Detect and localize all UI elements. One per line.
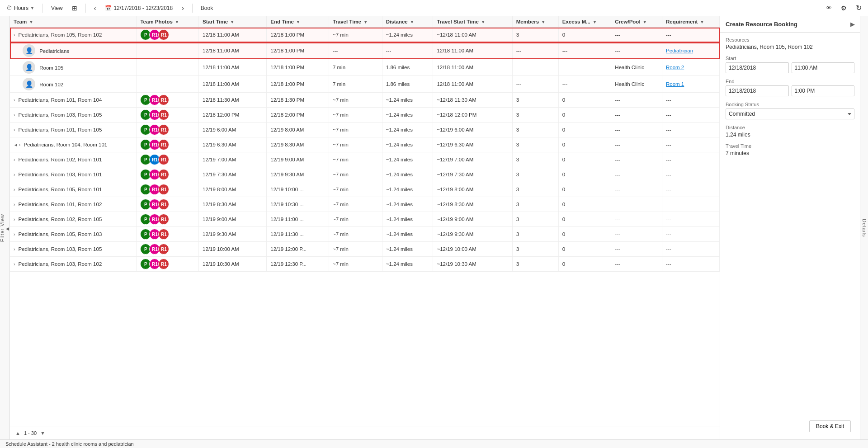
col-excess-m[interactable]: Excess M... ▼ xyxy=(558,16,611,28)
child-team-name: Pediatricians xyxy=(39,48,69,54)
filter-view-toggle[interactable]: Filter View ◄ xyxy=(0,16,10,439)
table-row[interactable]: 👤 Pediatricians 12/18 11:00 AM 12/18 1:0… xyxy=(10,42,720,59)
table-row[interactable]: › Pediatricians, Room 101, Room 102 PR1R… xyxy=(10,197,720,212)
right-panel-expand-icon[interactable]: ▶ xyxy=(850,21,854,28)
resources-value: Pediatricians, Room 105, Room 102 xyxy=(726,44,854,50)
expand-btn[interactable]: › xyxy=(14,33,15,38)
child-team-name: Room 105 xyxy=(39,65,63,71)
requirement-cell: --- xyxy=(662,137,719,152)
start-time-cell: 12/19 7:30 AM xyxy=(199,167,267,182)
col-team-photos[interactable]: Team Photos ▼ xyxy=(137,16,199,28)
expand-btn[interactable]: › xyxy=(14,232,15,237)
team-photos-cell: PR1R1 xyxy=(137,93,199,108)
end-time-cell: 12/18 1:00 PM xyxy=(267,76,329,93)
team-cell: › Pediatricians, Room 101, Room 104 xyxy=(10,93,137,108)
requirement-link[interactable]: Room 2 xyxy=(666,65,684,70)
end-time-input[interactable] xyxy=(792,85,855,96)
requirement-link[interactable]: Room 1 xyxy=(666,81,684,87)
end-time-cell: 12/19 9:00 AM xyxy=(267,152,329,167)
crew-pool-cell: --- xyxy=(611,197,662,212)
avatar: R1 xyxy=(158,169,169,180)
requirement-link[interactable]: Pediatrician xyxy=(666,48,693,53)
table-row[interactable]: › Pediatricians, Room 102, Room 101 PR1R… xyxy=(10,152,720,167)
table-row[interactable]: ◄› Pediatricians, Room 104, Room 101 PR1… xyxy=(10,137,720,152)
requirement-cell: --- xyxy=(662,93,719,108)
table-row[interactable]: › Pediatricians, Room 103, Room 105 PR1R… xyxy=(10,242,720,257)
travel-time-cell: ~7 min xyxy=(329,108,382,123)
expand-btn[interactable]: › xyxy=(14,157,15,162)
book-exit-button[interactable]: Book & Exit xyxy=(809,420,851,432)
expand-btn[interactable]: › xyxy=(14,262,15,267)
end-date-input[interactable] xyxy=(726,85,789,96)
expand-btn[interactable]: › xyxy=(14,172,15,177)
start-time-cell: 12/18 11:00 AM xyxy=(199,28,267,42)
expand-btn[interactable]: › xyxy=(14,217,15,222)
start-time-input[interactable] xyxy=(792,62,855,73)
members-cell: 3 xyxy=(512,227,558,242)
hours-chevron: ▼ xyxy=(30,6,34,10)
avatar: R1 xyxy=(158,94,169,105)
table-row[interactable]: › Pediatricians, Room 103, Room 101 PR1R… xyxy=(10,167,720,182)
expand-btn[interactable]: › xyxy=(14,247,15,252)
next-btn[interactable]: › xyxy=(179,4,187,13)
travel-time-cell: ~7 min xyxy=(329,227,382,242)
table-row[interactable]: › Pediatricians, Room 101, Room 105 PR1R… xyxy=(10,123,720,137)
grid-view-btn[interactable] xyxy=(69,4,80,13)
end-time-cell: 12/19 11:30 ... xyxy=(267,227,329,242)
table-row[interactable]: › Pediatricians, Room 105, Room 102 PR1R… xyxy=(10,28,720,42)
col-start-time[interactable]: Start Time ▼ xyxy=(199,16,267,28)
col-team[interactable]: Team ▼ xyxy=(10,16,137,28)
hours-dropdown[interactable]: Hours ▼ xyxy=(4,4,37,12)
page-down-btn[interactable]: ▼ xyxy=(40,430,45,436)
avatar: R1 xyxy=(158,124,169,135)
table-row[interactable]: › Pediatricians, Room 102, Room 105 PR1R… xyxy=(10,212,720,227)
expand-btn[interactable]: › xyxy=(14,187,15,192)
page-up-btn[interactable]: ▲ xyxy=(15,430,20,436)
travel-start-cell: 12/18 11:00 AM xyxy=(433,42,512,59)
team-photos-cell: PR1R1 xyxy=(137,227,199,242)
table-row[interactable]: 👤 Room 102 12/18 11:00 AM 12/18 1:00 PM … xyxy=(10,76,720,93)
expand-btn[interactable]: › xyxy=(14,127,15,132)
col-requirement[interactable]: Requirement ▼ xyxy=(662,16,719,28)
booking-status-select[interactable]: Committed Tentative Cancelled xyxy=(726,108,854,119)
expand-btn[interactable]: › xyxy=(19,142,20,147)
col-members[interactable]: Members ▼ xyxy=(512,16,558,28)
travel-time-cell: ~7 min xyxy=(329,137,382,152)
start-date-input[interactable] xyxy=(726,62,789,73)
book-btn[interactable]: Book xyxy=(198,4,216,12)
expand-btn[interactable]: › xyxy=(14,202,15,207)
settings-btn[interactable] xyxy=(838,4,849,13)
excess-cell: --- xyxy=(558,59,611,76)
start-field: Start xyxy=(726,56,854,73)
expand-btn[interactable]: › xyxy=(14,98,15,103)
travel-time-label: Travel Time xyxy=(726,143,854,149)
table-row[interactable]: › Pediatricians, Room 101, Room 104 PR1R… xyxy=(10,93,720,108)
col-travel-start-time[interactable]: Travel Start Time ▼ xyxy=(433,16,512,28)
team-name: Pediatricians, Room 105, Room 103 xyxy=(19,231,102,237)
right-panel: Create Resource Booking ▶ Resources Pedi… xyxy=(720,16,860,439)
separator3 xyxy=(192,4,193,13)
eye-btn[interactable] xyxy=(823,4,835,12)
crew-pool-cell: --- xyxy=(611,42,662,59)
table-row[interactable]: › Pediatricians, Room 103, Room 102 PR1R… xyxy=(10,257,720,272)
refresh-btn[interactable] xyxy=(853,3,864,13)
col-travel-time[interactable]: Travel Time ▼ xyxy=(329,16,382,28)
details-toggle[interactable]: Details xyxy=(860,16,868,439)
requirement-cell: --- xyxy=(662,123,719,137)
col-end-time[interactable]: End Time ▼ xyxy=(267,16,329,28)
crew-pool-cell: --- xyxy=(611,182,662,197)
crew-pool-cell: --- xyxy=(611,108,662,123)
end-time-cell: 12/18 2:00 PM xyxy=(267,108,329,123)
table-row[interactable]: › Pediatricians, Room 105, Room 101 PR1R… xyxy=(10,182,720,197)
table-row[interactable]: › Pediatricians, Room 103, Room 105 PR1R… xyxy=(10,108,720,123)
prev-btn[interactable]: ‹ xyxy=(91,4,99,13)
resources-field: Resources Pediatricians, Room 105, Room … xyxy=(726,37,854,50)
travel-time-field: Travel Time 7 minutes xyxy=(726,143,854,156)
table-row[interactable]: › Pediatricians, Room 105, Room 103 PR1R… xyxy=(10,227,720,242)
expand-btn[interactable]: › xyxy=(14,113,15,118)
col-crew-pool[interactable]: Crew/Pool ▼ xyxy=(611,16,662,28)
table-row[interactable]: 👤 Room 105 12/18 11:00 AM 12/18 1:00 PM … xyxy=(10,59,720,76)
end-time-cell: 12/19 8:30 AM xyxy=(267,137,329,152)
col-distance[interactable]: Distance ▼ xyxy=(382,16,433,28)
requirement-cell: --- xyxy=(662,242,719,257)
